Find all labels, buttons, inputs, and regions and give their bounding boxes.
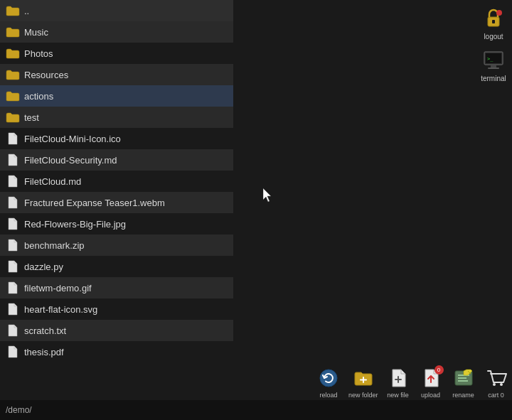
terminal-label: terminal (481, 75, 506, 82)
file-name: FiletCloud-Security.md (24, 155, 117, 166)
svg-rect-1 (492, 20, 495, 23)
rename-label: rename (452, 392, 474, 399)
file-icon (6, 132, 20, 145)
upload-icon: 0 (418, 365, 444, 391)
svg-rect-7 (488, 68, 499, 69)
file-name: Music (24, 27, 48, 38)
file-name: Red-Flowers-Big-File.jpg (24, 219, 126, 230)
folder-icon (6, 111, 20, 124)
file-icon (6, 303, 20, 316)
logout-icon (481, 6, 506, 31)
desktop-icons: logout >_ terminal (481, 6, 506, 82)
file-name: scratch.txt (24, 325, 66, 336)
new-folder-label: new folder (348, 392, 378, 399)
file-name: FiletCloud-Mini-Icon.ico (24, 134, 121, 144)
file-icon (6, 260, 20, 273)
svg-text:>_: >_ (487, 56, 494, 62)
file-name: test (24, 112, 39, 123)
file-icon (6, 239, 20, 252)
folder-icon (6, 90, 20, 102)
file-name: thesis.pdf (24, 347, 64, 357)
file-list-panel[interactable]: .. Music Photos Resources actions test F… (0, 0, 233, 398)
file-item[interactable]: Resources (0, 64, 233, 85)
rename-icon (451, 365, 476, 391)
file-icon (6, 345, 20, 358)
logout-label: logout (484, 33, 503, 41)
file-item[interactable]: actions (0, 85, 233, 107)
reload-button[interactable]: reload (313, 364, 344, 400)
file-item[interactable]: Music (0, 21, 233, 43)
folder-icon (6, 26, 20, 38)
new-folder-button[interactable]: new folder (346, 364, 381, 400)
file-name: Photos (24, 48, 53, 59)
new-file-icon (385, 365, 411, 391)
file-item[interactable]: dazzle.py (0, 256, 233, 277)
file-icon (6, 217, 20, 230)
file-item[interactable]: Fractured Expanse Teaser1.webm (0, 192, 233, 213)
file-item[interactable]: Photos (0, 43, 233, 64)
file-item[interactable]: .. (0, 0, 233, 21)
file-item[interactable]: filetwm-demo.gif (0, 277, 233, 298)
file-item[interactable]: benchmark.zip (0, 235, 233, 256)
cart-label: cart 0 (488, 392, 504, 399)
folder-icon (6, 47, 20, 60)
new-file-label: new file (387, 392, 409, 399)
svg-point-19 (500, 383, 503, 386)
new-folder-icon (351, 365, 376, 391)
file-name: Resources (24, 70, 68, 80)
current-path: /demo/ (6, 405, 32, 415)
file-item[interactable]: FiletCloud-Mini-Icon.ico (0, 128, 233, 149)
cart-icon (484, 365, 509, 391)
file-name: FiletCloud.md (24, 176, 81, 187)
file-name: heart-flat-icon.svg (24, 304, 97, 315)
folder-icon (6, 68, 20, 81)
file-name: filetwm-demo.gif (24, 283, 92, 294)
file-icon (6, 175, 20, 188)
svg-point-2 (496, 10, 502, 16)
svg-point-18 (493, 383, 496, 386)
file-name: benchmark.zip (24, 240, 85, 251)
file-item[interactable]: test (0, 107, 233, 128)
reload-label: reload (319, 392, 337, 399)
file-name: .. (24, 6, 29, 16)
file-icon (6, 196, 20, 209)
file-item[interactable]: FiletCloud-Security.md (0, 149, 233, 171)
file-name: Fractured Expanse Teaser1.webm (24, 198, 165, 208)
file-icon (6, 281, 20, 294)
status-bar: /demo/ (0, 400, 512, 420)
rename-button[interactable]: rename (448, 364, 479, 400)
mouse-cursor (263, 188, 274, 205)
file-name: actions (24, 91, 53, 102)
svg-point-8 (320, 370, 337, 387)
terminal-icon: >_ (481, 48, 506, 73)
terminal-icon-item[interactable]: >_ terminal (481, 48, 506, 82)
new-file-button[interactable]: new file (383, 364, 414, 400)
file-item[interactable]: heart-flat-icon.svg (0, 298, 233, 320)
folder-icon (6, 4, 20, 17)
file-icon (6, 324, 20, 337)
cart-button[interactable]: cart 0 (481, 364, 512, 400)
file-item[interactable]: thesis.pdf (0, 341, 233, 362)
svg-rect-6 (491, 65, 496, 68)
file-item[interactable]: Red-Flowers-Big-File.jpg (0, 213, 233, 235)
toolbar: reload new folder new file (313, 364, 512, 400)
file-item[interactable]: scratch.txt (0, 320, 233, 341)
upload-button[interactable]: 0 upload (415, 364, 447, 400)
file-item[interactable]: FiletCloud.md (0, 171, 233, 192)
upload-label: upload (421, 392, 440, 399)
reload-icon (316, 365, 341, 391)
logout-icon-item[interactable]: logout (481, 6, 506, 41)
file-icon (6, 154, 20, 166)
file-name: dazzle.py (24, 262, 63, 272)
